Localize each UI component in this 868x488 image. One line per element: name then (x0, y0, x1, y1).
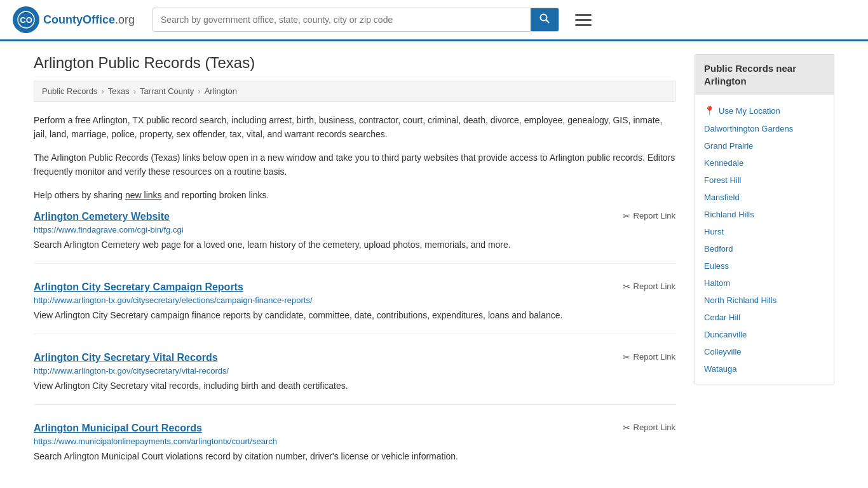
breadcrumb-texas[interactable]: Texas (108, 86, 130, 96)
record-url-0[interactable]: https://www.findagrave.com/cgi-bin/fg.cg… (34, 225, 675, 234)
record-title-0[interactable]: Arlington Cemetery Website (34, 211, 170, 222)
logo-brand: CountyOffice (43, 13, 115, 26)
location-pin-icon: 📍 (704, 105, 715, 116)
record-entry: Arlington Cemetery Website ✂ Report Link… (34, 211, 675, 264)
breadcrumb-sep: › (133, 86, 136, 96)
sidebar-nearby-13[interactable]: Colleyville (695, 343, 834, 360)
record-desc-2: View Arlington City Secretary vital reco… (34, 379, 675, 393)
use-my-location-label: Use My Location (719, 106, 780, 116)
report-link-button-1[interactable]: ✂ Report Link (623, 281, 675, 292)
report-icon: ✂ (623, 423, 630, 433)
svg-text:CO: CO (20, 15, 32, 25)
report-link-label: Report Link (634, 352, 675, 362)
breadcrumb-public-records[interactable]: Public Records (42, 86, 97, 96)
record-entry: Arlington City Secretary Campaign Report… (34, 281, 675, 334)
sidebar-nearby-2[interactable]: Kennedale (695, 154, 834, 172)
breadcrumb-arlington: Arlington (205, 86, 237, 96)
sidebar-nearby-11[interactable]: Cedar Hill (695, 309, 834, 326)
record-url-2[interactable]: http://www.arlington-tx.gov/citysecretar… (34, 366, 675, 376)
logo-text: CountyOffice.org (43, 13, 135, 27)
description-2: The Arlington Public Records (Texas) lin… (34, 151, 675, 179)
sidebar: Public Records near Arlington 📍 Use My L… (695, 54, 834, 488)
sidebar-nearby-9[interactable]: Haltom (695, 274, 834, 292)
record-title-2[interactable]: Arlington City Secretary Vital Records (34, 352, 218, 363)
logo-suffix: .org (115, 13, 135, 26)
sidebar-nearby-14[interactable]: Watauga (695, 360, 834, 377)
hamburger-line (575, 19, 592, 21)
record-url-3[interactable]: https://www.municipalonlinepayments.com/… (34, 437, 675, 446)
sidebar-nearby-3[interactable]: Forest Hill (695, 172, 834, 189)
record-title-3[interactable]: Arlington Municipal Court Records (34, 423, 202, 434)
record-url-1[interactable]: http://www.arlington-tx.gov/citysecretar… (34, 295, 675, 305)
sidebar-heading: Public Records near Arlington (695, 55, 834, 95)
search-button[interactable] (531, 8, 559, 31)
record-entry: Arlington Municipal Court Records ✂ Repo… (34, 423, 675, 475)
sidebar-nearby-10[interactable]: North Richland Hills (695, 292, 834, 309)
svg-line-3 (546, 20, 549, 23)
report-link-button-0[interactable]: ✂ Report Link (623, 211, 675, 221)
use-my-location-button[interactable]: 📍 Use My Location (695, 101, 834, 120)
record-header: Arlington City Secretary Campaign Report… (34, 281, 675, 293)
description-1: Perform a free Arlington, TX public reco… (34, 113, 675, 142)
hamburger-button[interactable] (572, 11, 595, 29)
search-bar (153, 8, 559, 32)
sidebar-nearby-7[interactable]: Bedford (695, 240, 834, 257)
breadcrumb: Public Records › Texas › Tarrant County … (34, 81, 675, 102)
report-link-label: Report Link (634, 281, 675, 291)
hamburger-line (575, 14, 592, 16)
report-link-label: Report Link (634, 423, 675, 432)
sidebar-nearby-4[interactable]: Mansfield (695, 189, 834, 206)
hamburger-line (575, 24, 592, 26)
page-title: Arlington Public Records (Texas) (34, 54, 675, 72)
report-icon: ✂ (623, 352, 630, 362)
sidebar-body: 📍 Use My Location Dalworthington Gardens… (695, 95, 834, 384)
sidebar-nearby-0[interactable]: Dalworthington Gardens (695, 120, 834, 137)
record-desc-1: View Arlington City Secretary campaign f… (34, 309, 675, 322)
record-entry: Arlington City Secretary Vital Records ✂… (34, 352, 675, 405)
new-links-link[interactable]: new links (125, 190, 162, 200)
sidebar-nearby-1[interactable]: Grand Prairie (695, 137, 834, 154)
records-container: Arlington Cemetery Website ✂ Report Link… (34, 211, 675, 475)
breadcrumb-sep: › (101, 86, 104, 96)
record-header: Arlington Municipal Court Records ✂ Repo… (34, 423, 675, 434)
record-header: Arlington Cemetery Website ✂ Report Link (34, 211, 675, 222)
report-icon: ✂ (623, 211, 630, 221)
sidebar-nearby-5[interactable]: Richland Hills (695, 206, 834, 223)
sidebar-nearby-12[interactable]: Duncanville (695, 326, 834, 343)
content-area: Arlington Public Records (Texas) Public … (34, 54, 675, 488)
record-header: Arlington City Secretary Vital Records ✂… (34, 352, 675, 363)
record-desc-0: Search Arlington Cemetery web page for a… (34, 238, 675, 252)
logo-icon: CO (13, 6, 39, 33)
header: CO CountyOffice.org (0, 0, 868, 41)
breadcrumb-tarrant-county[interactable]: Tarrant County (140, 86, 194, 96)
description-3: Help others by sharing new links and rep… (34, 188, 675, 202)
record-desc-3: Search Arlington Municipal Court violati… (34, 450, 675, 463)
breadcrumb-sep: › (198, 86, 200, 96)
report-link-button-3[interactable]: ✂ Report Link (623, 423, 675, 433)
sidebar-nearby-8[interactable]: Euless (695, 257, 834, 274)
main-container: Arlington Public Records (Texas) Public … (21, 41, 847, 488)
record-title-1[interactable]: Arlington City Secretary Campaign Report… (34, 281, 243, 293)
sidebar-nearby-6[interactable]: Hurst (695, 223, 834, 240)
report-link-button-2[interactable]: ✂ Report Link (623, 352, 675, 362)
sidebar-box: Public Records near Arlington 📍 Use My L… (695, 54, 834, 384)
logo-area: CO CountyOffice.org (13, 6, 140, 33)
search-input[interactable] (153, 10, 531, 30)
report-icon: ✂ (623, 281, 630, 292)
nearby-links: Dalworthington GardensGrand PrairieKenne… (695, 120, 834, 377)
report-link-label: Report Link (634, 211, 675, 220)
